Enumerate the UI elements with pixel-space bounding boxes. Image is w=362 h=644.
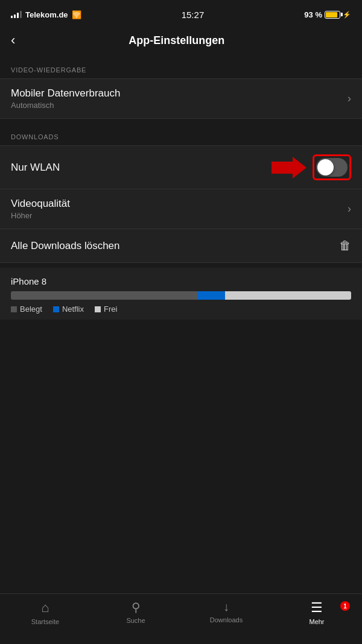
legend-belegt: Belegt <box>11 305 42 314</box>
page-content: Telekom.de 🛜 15:27 93 % ⚡ ‹ App-Einstell… <box>0 0 362 370</box>
storage-bar <box>11 291 351 300</box>
list-item-nur-wlan: Nur WLAN <box>0 146 362 189</box>
header: ‹ App-Einstellungen <box>0 27 362 57</box>
tab-bar: ⌂ Startseite ⚲ Suche ↓ Downloads ☰ Mehr … <box>0 593 362 644</box>
carrier-label: Telekom.de <box>25 10 68 19</box>
tab-label-startseite: Startseite <box>31 618 59 625</box>
legend-dot-belegt <box>11 306 17 312</box>
toggle-label-nur-wlan: Nur WLAN <box>11 162 60 174</box>
status-left: Telekom.de 🛜 <box>11 10 81 19</box>
signal-icon <box>11 11 22 18</box>
item-title-delete: Alle Downloads löschen <box>11 240 120 252</box>
storage-bar-belegt <box>11 291 198 300</box>
list-item-delete-downloads[interactable]: Alle Downloads löschen 🗑 <box>0 229 362 263</box>
time-label: 15:27 <box>182 10 205 20</box>
storage-bar-frei <box>225 291 351 300</box>
list-item-mobile-data[interactable]: Mobiler Datenverbrauch Automatisch › <box>0 79 362 119</box>
section-label-downloads: DOWNLOADS <box>0 124 362 145</box>
status-right: 93 % ⚡ <box>304 10 351 19</box>
download-icon: ↓ <box>223 600 229 614</box>
list-item-content-2: Videoqualität Höher <box>11 198 70 220</box>
legend-netflix: Netflix <box>53 305 84 314</box>
tab-mehr[interactable]: ☰ Mehr 1 <box>272 599 362 625</box>
tab-label-suche: Suche <box>126 617 145 624</box>
storage-section: iPhone 8 Belegt Netflix Frei <box>0 268 362 320</box>
chevron-icon-2: › <box>348 203 351 215</box>
battery-icon <box>325 11 340 19</box>
storage-bar-netflix <box>198 291 225 300</box>
tab-label-downloads: Downloads <box>210 616 243 623</box>
toggle-highlight <box>313 154 351 180</box>
list-item-content: Mobiler Datenverbrauch Automatisch <box>11 87 120 110</box>
page-title: App-Einstellungen <box>20 34 333 47</box>
nur-wlan-toggle[interactable] <box>316 158 348 177</box>
tab-badge-mehr: 1 <box>340 601 350 611</box>
arrow-annotation <box>272 154 351 180</box>
legend-label-frei: Frei <box>104 305 117 314</box>
section-spacer-2 <box>0 263 362 268</box>
tab-label-mehr: Mehr <box>309 618 324 625</box>
battery-fill <box>326 12 337 17</box>
tab-downloads[interactable]: ↓ Downloads <box>181 599 272 623</box>
back-button[interactable]: ‹ <box>11 31 20 49</box>
wifi-icon: 🛜 <box>72 10 81 19</box>
legend-label-belegt: Belegt <box>20 305 42 314</box>
red-arrow-icon <box>272 156 308 180</box>
legend-label-netflix: Netflix <box>62 305 84 314</box>
tab-suche[interactable]: ⚲ Suche <box>91 599 181 624</box>
search-icon: ⚲ <box>132 600 141 614</box>
legend-frei: Frei <box>95 305 117 314</box>
legend-dot-frei <box>95 306 101 312</box>
section-spacer <box>0 119 362 124</box>
toggle-knob <box>317 159 334 175</box>
svg-marker-0 <box>272 157 306 178</box>
item-subtitle-videoqualitaet: Höher <box>11 211 70 220</box>
chevron-icon: › <box>348 92 351 105</box>
legend-dot-netflix <box>53 306 59 312</box>
status-bar: Telekom.de 🛜 15:27 93 % ⚡ <box>0 0 362 27</box>
list-item-videoqualitaet[interactable]: Videoqualität Höher › <box>0 189 362 229</box>
trash-icon[interactable]: 🗑 <box>339 239 351 253</box>
item-title-mobile-data: Mobiler Datenverbrauch <box>11 87 120 99</box>
home-icon: ⌂ <box>41 600 49 616</box>
item-subtitle-mobile-data: Automatisch <box>11 101 120 110</box>
charging-icon: ⚡ <box>343 11 351 19</box>
storage-legend: Belegt Netflix Frei <box>11 305 351 314</box>
section-label-video: VIDEO-WIEDERGABE <box>0 57 362 78</box>
more-icon: ☰ <box>311 600 323 616</box>
tab-startseite[interactable]: ⌂ Startseite <box>0 599 91 625</box>
item-title-videoqualitaet: Videoqualität <box>11 198 70 210</box>
battery-label: 93 % <box>304 10 322 19</box>
device-label: iPhone 8 <box>11 276 351 286</box>
